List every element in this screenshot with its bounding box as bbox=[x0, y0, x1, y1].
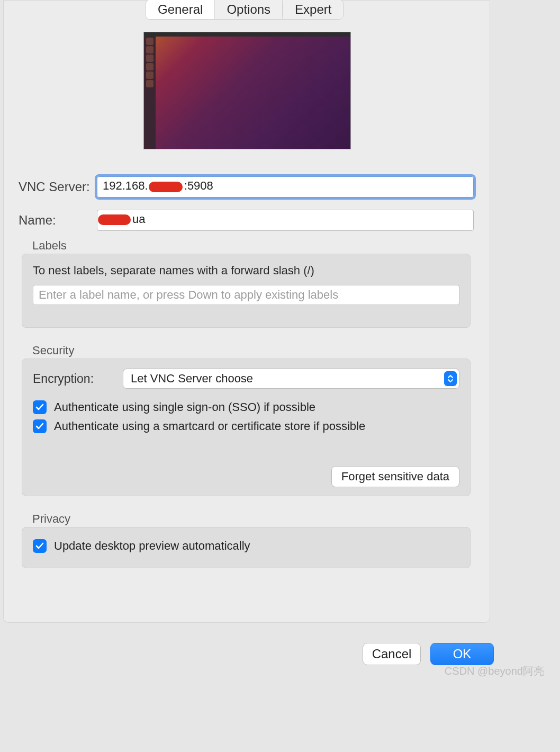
checkbox-checked-icon bbox=[33, 539, 47, 553]
tab-options[interactable]: Options bbox=[215, 0, 283, 19]
checkbox-checked-icon bbox=[33, 419, 47, 433]
labels-input[interactable] bbox=[33, 285, 459, 305]
name-value-suffix: ua bbox=[132, 212, 145, 226]
tab-expert[interactable]: Expert bbox=[283, 0, 343, 19]
encryption-select[interactable]: Let VNC Server choose bbox=[123, 369, 459, 389]
encryption-label: Encryption: bbox=[33, 372, 123, 386]
forget-sensitive-data-button[interactable]: Forget sensitive data bbox=[331, 466, 459, 487]
tab-bar: General Options Expert bbox=[146, 0, 344, 20]
privacy-section: Update desktop preview automatically bbox=[22, 527, 471, 568]
vnc-server-label: VNC Server: bbox=[19, 180, 97, 194]
vnc-server-value-suffix: :5908 bbox=[184, 179, 213, 192]
sso-checkbox-row[interactable]: Authenticate using single sign-on (SSO) … bbox=[33, 400, 459, 414]
tab-general[interactable]: General bbox=[146, 0, 215, 19]
name-label: Name: bbox=[19, 213, 97, 228]
labels-section-title: Labels bbox=[32, 239, 67, 253]
smartcard-checkbox-row[interactable]: Authenticate using a smartcard or certif… bbox=[33, 419, 459, 433]
labels-help-text: To nest labels, separate names with a fo… bbox=[33, 264, 459, 277]
checkbox-checked-icon bbox=[33, 400, 47, 414]
update-preview-checkbox-row[interactable]: Update desktop preview automatically bbox=[33, 539, 459, 553]
name-row: Name: ua bbox=[19, 210, 474, 231]
encryption-row: Encryption: Let VNC Server choose bbox=[33, 369, 459, 389]
desktop-preview-thumbnail bbox=[144, 32, 350, 149]
chevron-updown-icon bbox=[444, 371, 457, 386]
security-section-title: Security bbox=[32, 344, 74, 357]
redaction-mark bbox=[98, 214, 131, 225]
smartcard-checkbox-label: Authenticate using a smartcard or certif… bbox=[54, 419, 365, 433]
security-section: Encryption: Let VNC Server choose Authen… bbox=[22, 359, 471, 496]
vnc-server-input[interactable]: 192.168. :5908 bbox=[97, 176, 474, 198]
update-preview-checkbox-label: Update desktop preview automatically bbox=[54, 539, 250, 553]
sso-checkbox-label: Authenticate using single sign-on (SSO) … bbox=[54, 400, 315, 414]
ok-button[interactable]: OK bbox=[430, 643, 494, 665]
vnc-server-row: VNC Server: 192.168. :5908 bbox=[19, 176, 474, 198]
encryption-select-value: Let VNC Server choose bbox=[131, 372, 253, 386]
privacy-section-title: Privacy bbox=[32, 512, 70, 526]
redaction-mark bbox=[149, 182, 183, 192]
cancel-button[interactable]: Cancel bbox=[363, 643, 421, 665]
watermark-text: CSDN @beyond阿亮 bbox=[445, 664, 544, 678]
name-input[interactable]: ua bbox=[97, 210, 474, 231]
vnc-server-value-prefix: 192.168. bbox=[103, 179, 148, 192]
labels-section: To nest labels, separate names with a fo… bbox=[22, 254, 471, 328]
properties-dialog: General Options Expert VNC Server: 192.1… bbox=[3, 0, 490, 623]
